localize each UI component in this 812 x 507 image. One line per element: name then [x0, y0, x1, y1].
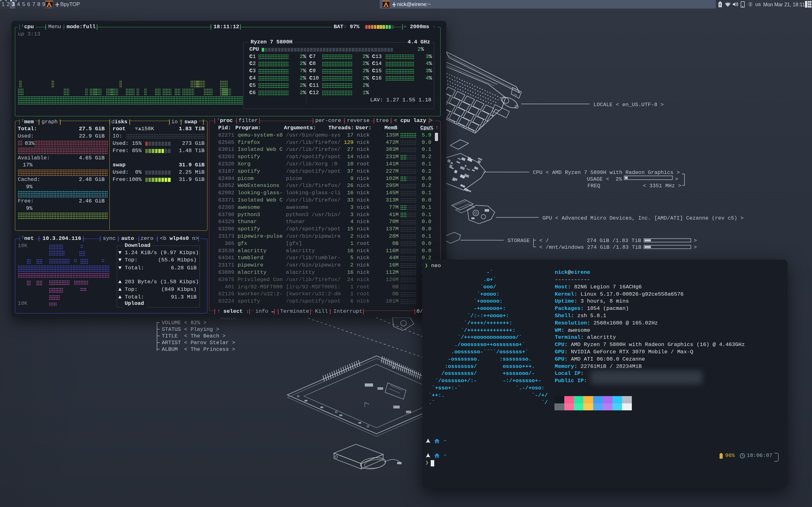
- svg-text:>: >: [694, 238, 697, 244]
- svg-text:LOCALE < en_US.UTF-8 >: LOCALE < en_US.UTF-8 >: [594, 102, 664, 108]
- svg-text:< /: < /: [539, 238, 549, 244]
- svg-text:< /mnt/windows 274 GiB /1.83 T: < /mnt/windows 274 GiB /1.83 TiB: [539, 244, 641, 250]
- svg-text:FREQ: FREQ: [588, 183, 600, 189]
- svg-text:>: >: [694, 244, 697, 250]
- svg-text:USAGE < 2%: USAGE < 2%: [587, 176, 622, 182]
- svg-text:>: >: [675, 176, 678, 182]
- svg-text:ALBUM < The Princess >: ALBUM < The Princess >: [162, 346, 235, 352]
- svg-text:< 3351 MHz >: < 3351 MHz >: [643, 183, 681, 189]
- svg-text:STORAGE: STORAGE: [507, 238, 530, 244]
- svg-text:274 GiB /1.83 TiB: 274 GiB /1.83 TiB: [587, 238, 641, 244]
- svg-text:CPU < AMD Ryzen 7 5800H with R: CPU < AMD Ryzen 7 5800H with Radeon Grap…: [533, 170, 680, 176]
- svg-text:TITLE < The Beach >: TITLE < The Beach >: [162, 333, 225, 339]
- svg-text:VOLUME < 82% >: VOLUME < 82% >: [162, 320, 206, 326]
- svg-text:ARTIST < Parov Stelar >: ARTIST < Parov Stelar >: [162, 340, 235, 346]
- svg-text:STATUS < Playing >: STATUS < Playing >: [162, 326, 219, 332]
- svg-text:GPU < Advanced Micro Devices,: GPU < Advanced Micro Devices, Inc. [AMD/…: [542, 215, 744, 221]
